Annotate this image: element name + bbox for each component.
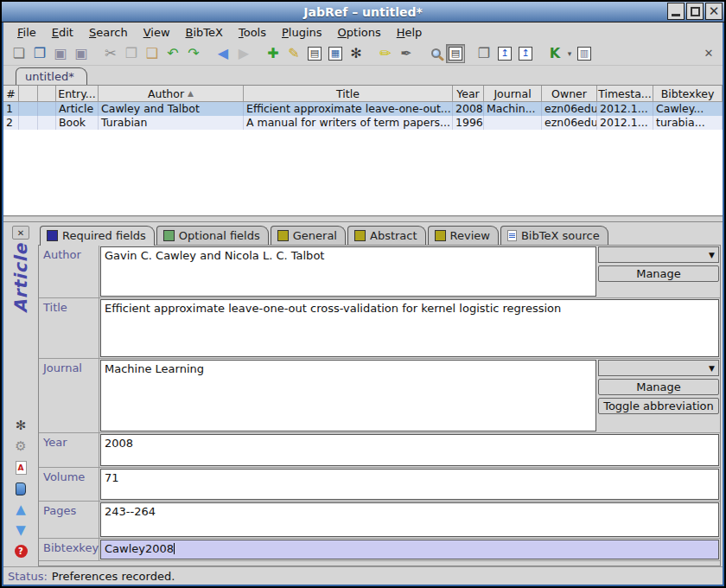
push-dropdown-icon[interactable]: ▾ [565, 43, 574, 64]
tab-abstract[interactable]: Abstract [347, 226, 426, 245]
menu-tools[interactable]: Tools [232, 24, 273, 41]
entry-editor-main: Required fieldsOptional fieldsGeneralAbs… [38, 222, 723, 566]
close-button[interactable]: ✕ [705, 3, 723, 20]
next-entry-icon[interactable]: ▼ [16, 524, 26, 537]
menu-plugins[interactable]: Plugins [275, 24, 329, 41]
field-input-author[interactable]: Gavin C. Cawley and Nicola L. C. Talbot [100, 246, 596, 297]
open-file-icon[interactable] [16, 483, 26, 495]
cut-icon[interactable]: ✂ [100, 43, 121, 64]
menu-view[interactable]: View [137, 24, 177, 41]
table-row[interactable]: 1ArticleCawley and TalbotEfficient appro… [3, 102, 723, 116]
edit-strings-icon[interactable]: ▤ [304, 43, 325, 64]
import-into-new-icon[interactable]: ↥ [515, 43, 536, 64]
column-header-blank-1[interactable] [19, 86, 38, 101]
field-input-title[interactable]: Efficient approximate leave-one-out cros… [100, 299, 719, 357]
journal-manage-button[interactable]: Manage [598, 379, 719, 395]
titlebar[interactable]: JabRef – untitled* ✕ [2, 2, 724, 22]
autogenerate-wand-icon[interactable]: ✻ [16, 419, 27, 432]
field-label-bibtexkey: Bibtexkey [39, 539, 99, 560]
import-into-current-icon[interactable]: ↥ [494, 43, 515, 64]
previous-entry-icon[interactable]: ▲ [16, 503, 26, 516]
tab-required-fields[interactable]: Required fields [40, 226, 155, 246]
edit-preamble-icon[interactable]: ▦ [325, 43, 346, 64]
copy-icon[interactable]: ❐ [121, 43, 142, 64]
tab-review[interactable]: Review [428, 226, 499, 245]
duplicate-entry-icon[interactable]: ❐ [474, 43, 494, 64]
gear-icon[interactable]: ⚙ [15, 440, 26, 453]
entry-editor: ✕ Article ✻⚙A▲▼? Required fieldsOptional… [3, 221, 723, 566]
menu-edit[interactable]: Edit [45, 24, 80, 41]
field-input-bibtexkey[interactable]: Cawley2008 [100, 540, 719, 559]
tab-bibtex-source[interactable]: BibTeX source [500, 226, 608, 245]
menu-help[interactable]: Help [390, 24, 430, 41]
field-input-volume[interactable]: 71 [100, 469, 719, 500]
push-to-app-icon[interactable]: ▥ [574, 43, 595, 64]
pdf-icon[interactable]: A [16, 461, 27, 475]
edit-entry-icon[interactable]: ✎ [283, 43, 304, 64]
mark-entries-icon[interactable]: ✏ [375, 43, 396, 64]
author-manage-button[interactable]: Manage [598, 265, 719, 282]
jabref-window: JabRef – untitled* ✕ FileEditSearchViewB… [0, 0, 726, 588]
column-header-title[interactable]: Title [244, 86, 453, 101]
cell: 1 [3, 102, 19, 116]
new-database-icon[interactable]: ❏ [9, 43, 29, 64]
table-row[interactable]: 2BookTurabianA manual for writers of ter… [3, 116, 723, 130]
field-label-pages: Pages [39, 502, 99, 538]
tab-general[interactable]: General [271, 226, 346, 245]
minimize-button[interactable] [667, 3, 685, 20]
window-controls: ✕ [667, 3, 723, 20]
search-icon[interactable] [425, 43, 446, 64]
column-header-year[interactable]: Year [453, 86, 484, 101]
column-header-author[interactable]: Author▲ [99, 86, 244, 101]
field-label-volume: Volume [39, 468, 99, 501]
paste-icon[interactable]: ❑ [142, 43, 162, 64]
back-icon[interactable]: ◀ [213, 43, 233, 64]
menu-bibtex[interactable]: BibTeX [179, 24, 230, 41]
entry-editor-fields: AuthorGavin C. Cawley and Nicola L. C. T… [38, 245, 721, 566]
cell: Efficient approximate leave-one-out... [244, 102, 453, 116]
column-header-owner[interactable]: Owner [542, 86, 597, 101]
unmark-entries-icon[interactable]: ✒ [396, 43, 417, 64]
menu-options[interactable]: Options [331, 24, 388, 41]
field-controls-author: ▼Manage [597, 246, 720, 297]
column-header-blank-2[interactable] [38, 86, 56, 101]
cell: Machin... [484, 102, 542, 116]
statusbar: Status: Preferences recorded. [3, 566, 723, 585]
maximize-button[interactable] [686, 3, 704, 20]
menu-search[interactable]: Search [82, 24, 135, 41]
editor-close-button[interactable]: ✕ [12, 226, 29, 240]
tab-color-icon [435, 230, 446, 241]
open-database-icon[interactable]: ❐ [29, 43, 50, 64]
tab-optional-fields[interactable]: Optional fields [156, 226, 269, 245]
help-icon[interactable]: ? [15, 545, 28, 558]
author-dropdown[interactable]: ▼ [598, 246, 719, 263]
wizard-icon[interactable]: ✻ [346, 43, 366, 64]
cell: ezn06edu [542, 102, 597, 116]
redo-icon[interactable]: ↷ [183, 43, 204, 64]
new-entry-icon[interactable]: ✚ [263, 43, 283, 64]
column-header-bibtexkey[interactable]: Bibtexkey [653, 86, 723, 101]
cell [19, 102, 38, 116]
cell: Article [56, 102, 99, 116]
column-header-journal[interactable]: Journal [484, 86, 542, 101]
database-tab[interactable]: untitled* [16, 67, 87, 85]
field-input-year[interactable]: 2008 [100, 434, 719, 466]
field-input-pages[interactable]: 243--264 [100, 502, 719, 537]
field-input-journal[interactable]: Machine Learning [100, 360, 596, 431]
menu-file[interactable]: File [10, 24, 43, 41]
lyx-push-icon[interactable]: K [544, 43, 565, 64]
toggle-preview-icon[interactable]: ▤ [446, 44, 465, 63]
save-all-icon[interactable]: ▣ [71, 43, 92, 64]
forward-icon[interactable]: ▶ [233, 43, 254, 64]
journal-dropdown[interactable]: ▼ [598, 360, 719, 376]
chevron-down-icon: ▼ [709, 364, 715, 373]
column-header-entry-[interactable]: Entry... [56, 86, 99, 101]
column-header--[interactable]: # [3, 86, 19, 101]
toolbar-close-button[interactable]: ✕ [700, 47, 717, 60]
save-database-icon[interactable]: ▣ [50, 43, 71, 64]
cell [19, 116, 38, 130]
undo-icon[interactable]: ↶ [162, 43, 183, 64]
journal-toggle-abbreviation-button[interactable]: Toggle abbreviation [598, 398, 719, 414]
column-header-timesta-[interactable]: Timesta... [597, 86, 653, 101]
cell [484, 116, 542, 130]
